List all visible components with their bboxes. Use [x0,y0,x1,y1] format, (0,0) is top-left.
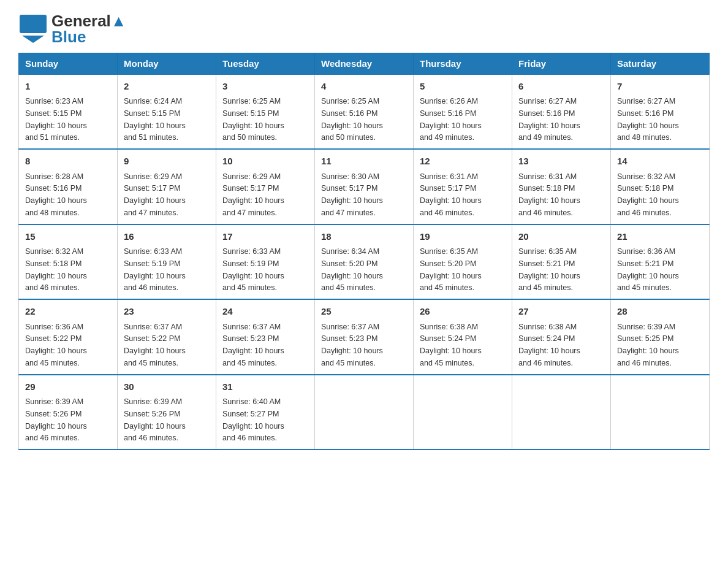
day-info: Sunrise: 6:39 AMSunset: 5:26 PMDaylight:… [25,397,87,442]
table-row [611,375,710,450]
day-number: 26 [420,305,506,319]
svg-marker-1 [22,36,44,43]
day-number: 24 [222,305,308,319]
day-number: 15 [25,230,111,244]
header-thursday: Thursday [414,53,512,74]
header-tuesday: Tuesday [216,53,315,74]
day-info: Sunrise: 6:29 AMSunset: 5:17 PMDaylight:… [124,172,186,217]
table-row: 2 Sunrise: 6:24 AMSunset: 5:15 PMDayligh… [118,74,216,150]
day-info: Sunrise: 6:38 AMSunset: 5:24 PMDaylight:… [420,323,482,367]
table-row [512,375,611,450]
day-info: Sunrise: 6:30 AMSunset: 5:17 PMDaylight:… [321,172,383,217]
day-number: 21 [617,230,703,244]
day-number: 19 [420,230,506,244]
table-row: 1 Sunrise: 6:23 AMSunset: 5:15 PMDayligh… [19,74,118,150]
day-number: 7 [617,80,703,94]
header-wednesday: Wednesday [315,53,414,74]
table-row: 22 Sunrise: 6:36 AMSunset: 5:22 PMDaylig… [19,299,118,375]
table-row: 31 Sunrise: 6:40 AMSunset: 5:27 PMDaylig… [216,375,315,450]
table-row: 5 Sunrise: 6:26 AMSunset: 5:16 PMDayligh… [414,74,512,150]
day-info: Sunrise: 6:36 AMSunset: 5:22 PMDaylight:… [25,323,87,367]
day-number: 12 [420,155,506,169]
day-info: Sunrise: 6:32 AMSunset: 5:18 PMDaylight:… [617,172,679,217]
table-row: 3 Sunrise: 6:25 AMSunset: 5:15 PMDayligh… [216,74,315,150]
day-number: 31 [222,380,308,394]
day-info: Sunrise: 6:29 AMSunset: 5:17 PMDaylight:… [222,172,284,217]
table-row: 30 Sunrise: 6:39 AMSunset: 5:26 PMDaylig… [118,375,216,450]
table-row [315,375,414,450]
table-row: 28 Sunrise: 6:39 AMSunset: 5:25 PMDaylig… [611,299,710,375]
day-info: Sunrise: 6:23 AMSunset: 5:15 PMDaylight:… [25,97,87,142]
day-number: 14 [617,155,703,169]
day-number: 25 [321,305,407,319]
day-info: Sunrise: 6:37 AMSunset: 5:23 PMDaylight:… [222,323,284,367]
weekday-header-row: Sunday Monday Tuesday Wednesday Thursday… [19,53,710,74]
day-info: Sunrise: 6:37 AMSunset: 5:23 PMDaylight:… [321,323,383,367]
day-number: 13 [518,155,604,169]
day-info: Sunrise: 6:24 AMSunset: 5:15 PMDaylight:… [124,97,186,142]
table-row: 11 Sunrise: 6:30 AMSunset: 5:17 PMDaylig… [315,149,414,224]
day-number: 9 [124,155,210,169]
logo: General▲ Blue [18,12,127,47]
table-row: 8 Sunrise: 6:28 AMSunset: 5:16 PMDayligh… [19,149,118,224]
day-number: 1 [25,80,111,94]
table-row: 15 Sunrise: 6:32 AMSunset: 5:18 PMDaylig… [19,224,118,300]
day-number: 17 [222,230,308,244]
day-info: Sunrise: 6:25 AMSunset: 5:15 PMDaylight:… [222,97,284,142]
table-row: 25 Sunrise: 6:37 AMSunset: 5:23 PMDaylig… [315,299,414,375]
table-row: 19 Sunrise: 6:35 AMSunset: 5:20 PMDaylig… [414,224,512,300]
day-info: Sunrise: 6:27 AMSunset: 5:16 PMDaylight:… [518,97,580,142]
header-monday: Monday [118,53,216,74]
day-info: Sunrise: 6:39 AMSunset: 5:26 PMDaylight:… [124,397,186,442]
calendar-week-row: 1 Sunrise: 6:23 AMSunset: 5:15 PMDayligh… [19,74,710,150]
table-row: 26 Sunrise: 6:38 AMSunset: 5:24 PMDaylig… [414,299,512,375]
calendar-body: 1 Sunrise: 6:23 AMSunset: 5:15 PMDayligh… [19,74,710,450]
day-info: Sunrise: 6:36 AMSunset: 5:21 PMDaylight:… [617,247,679,292]
day-number: 28 [617,305,703,319]
day-number: 4 [321,80,407,94]
day-info: Sunrise: 6:35 AMSunset: 5:20 PMDaylight:… [420,247,482,292]
table-row: 24 Sunrise: 6:37 AMSunset: 5:23 PMDaylig… [216,299,315,375]
day-number: 18 [321,230,407,244]
day-info: Sunrise: 6:34 AMSunset: 5:20 PMDaylight:… [321,247,383,292]
day-number: 20 [518,230,604,244]
table-row: 23 Sunrise: 6:37 AMSunset: 5:22 PMDaylig… [118,299,216,375]
day-info: Sunrise: 6:40 AMSunset: 5:27 PMDaylight:… [222,397,284,442]
day-number: 8 [25,155,111,169]
day-number: 22 [25,305,111,319]
logo-icon [18,13,48,45]
table-row: 4 Sunrise: 6:25 AMSunset: 5:16 PMDayligh… [315,74,414,150]
day-number: 5 [420,80,506,94]
day-info: Sunrise: 6:25 AMSunset: 5:16 PMDaylight:… [321,97,383,142]
table-row: 20 Sunrise: 6:35 AMSunset: 5:21 PMDaylig… [512,224,611,300]
day-info: Sunrise: 6:28 AMSunset: 5:16 PMDaylight:… [25,172,87,217]
table-row: 13 Sunrise: 6:31 AMSunset: 5:18 PMDaylig… [512,149,611,224]
table-row: 14 Sunrise: 6:32 AMSunset: 5:18 PMDaylig… [611,149,710,224]
page-header: General▲ Blue [18,12,710,47]
day-info: Sunrise: 6:33 AMSunset: 5:19 PMDaylight:… [222,247,284,292]
table-row: 12 Sunrise: 6:31 AMSunset: 5:17 PMDaylig… [414,149,512,224]
table-row: 17 Sunrise: 6:33 AMSunset: 5:19 PMDaylig… [216,224,315,300]
table-row [414,375,512,450]
day-number: 11 [321,155,407,169]
header-saturday: Saturday [611,53,710,74]
table-row: 16 Sunrise: 6:33 AMSunset: 5:19 PMDaylig… [118,224,216,300]
table-row: 7 Sunrise: 6:27 AMSunset: 5:16 PMDayligh… [611,74,710,150]
table-row: 6 Sunrise: 6:27 AMSunset: 5:16 PMDayligh… [512,74,611,150]
svg-rect-0 [20,15,47,33]
day-info: Sunrise: 6:37 AMSunset: 5:22 PMDaylight:… [124,323,186,367]
day-info: Sunrise: 6:27 AMSunset: 5:16 PMDaylight:… [617,97,679,142]
day-info: Sunrise: 6:38 AMSunset: 5:24 PMDaylight:… [518,323,580,367]
table-row: 29 Sunrise: 6:39 AMSunset: 5:26 PMDaylig… [19,375,118,450]
day-info: Sunrise: 6:32 AMSunset: 5:18 PMDaylight:… [25,247,87,292]
day-number: 2 [124,80,210,94]
day-info: Sunrise: 6:39 AMSunset: 5:25 PMDaylight:… [617,323,679,367]
table-row: 18 Sunrise: 6:34 AMSunset: 5:20 PMDaylig… [315,224,414,300]
day-number: 16 [124,230,210,244]
table-row: 21 Sunrise: 6:36 AMSunset: 5:21 PMDaylig… [611,224,710,300]
calendar-week-row: 22 Sunrise: 6:36 AMSunset: 5:22 PMDaylig… [19,299,710,375]
day-info: Sunrise: 6:33 AMSunset: 5:19 PMDaylight:… [124,247,186,292]
day-number: 23 [124,305,210,319]
table-row: 9 Sunrise: 6:29 AMSunset: 5:17 PMDayligh… [118,149,216,224]
day-number: 29 [25,380,111,394]
